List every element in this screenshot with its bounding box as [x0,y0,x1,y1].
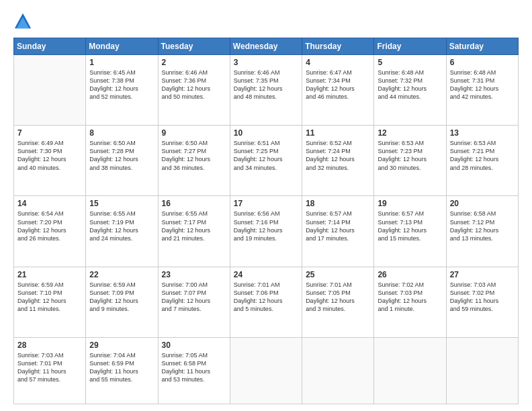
calendar-cell: 7Sunrise: 6:49 AM Sunset: 7:30 PM Daylig… [14,126,86,196]
calendar-week-row: 21Sunrise: 6:59 AM Sunset: 7:10 PM Dayli… [14,267,519,337]
day-number: 16 [162,199,226,208]
day-info: Sunrise: 6:49 AM Sunset: 7:30 PM Dayligh… [17,139,82,172]
day-info: Sunrise: 6:58 AM Sunset: 7:12 PM Dayligh… [450,210,515,242]
calendar-cell: 15Sunrise: 6:55 AM Sunset: 7:19 PM Dayli… [86,196,158,267]
day-info: Sunrise: 6:46 AM Sunset: 7:35 PM Dayligh… [234,68,298,101]
calendar-cell: 4Sunrise: 6:47 AM Sunset: 7:34 PM Daylig… [302,55,374,126]
calendar-cell: 8Sunrise: 6:50 AM Sunset: 7:28 PM Daylig… [86,126,158,196]
day-number: 23 [162,270,226,279]
day-info: Sunrise: 7:01 AM Sunset: 7:06 PM Dayligh… [234,281,298,314]
calendar-week-row: 14Sunrise: 6:54 AM Sunset: 7:20 PM Dayli… [14,196,519,267]
calendar-week-row: 7Sunrise: 6:49 AM Sunset: 7:30 PM Daylig… [14,126,519,196]
calendar-cell: 19Sunrise: 6:57 AM Sunset: 7:13 PM Dayli… [374,196,446,267]
day-number: 13 [450,128,515,138]
day-info: Sunrise: 6:54 AM Sunset: 7:20 PM Dayligh… [17,210,82,242]
day-number: 6 [450,58,515,67]
calendar-cell: 3Sunrise: 6:46 AM Sunset: 7:35 PM Daylig… [230,55,302,126]
day-number: 20 [450,199,515,208]
day-info: Sunrise: 6:59 AM Sunset: 7:10 PM Dayligh… [17,281,82,314]
day-number: 29 [89,340,154,350]
calendar-cell: 29Sunrise: 7:04 AM Sunset: 6:59 PM Dayli… [86,337,158,404]
day-number: 14 [17,199,82,208]
day-info: Sunrise: 7:05 AM Sunset: 6:58 PM Dayligh… [162,351,226,384]
calendar-day-header: Wednesday [230,38,302,55]
day-info: Sunrise: 6:57 AM Sunset: 7:14 PM Dayligh… [306,210,370,242]
day-info: Sunrise: 6:45 AM Sunset: 7:38 PM Dayligh… [89,68,154,101]
calendar-cell: 30Sunrise: 7:05 AM Sunset: 6:58 PM Dayli… [158,337,230,404]
day-info: Sunrise: 6:55 AM Sunset: 7:17 PM Dayligh… [162,210,226,242]
day-number: 24 [234,270,298,279]
calendar-cell [230,337,302,404]
day-info: Sunrise: 6:56 AM Sunset: 7:16 PM Dayligh… [234,210,298,242]
calendar-table: SundayMondayTuesdayWednesdayThursdayFrid… [13,38,519,404]
day-info: Sunrise: 7:04 AM Sunset: 6:59 PM Dayligh… [89,351,154,384]
calendar-cell [374,337,446,404]
calendar-cell: 1Sunrise: 6:45 AM Sunset: 7:38 PM Daylig… [86,55,158,126]
calendar-day-header: Saturday [446,38,518,55]
calendar-cell: 28Sunrise: 7:03 AM Sunset: 7:01 PM Dayli… [14,337,86,404]
calendar-cell: 18Sunrise: 6:57 AM Sunset: 7:14 PM Dayli… [302,196,374,267]
calendar-day-header: Monday [86,38,158,55]
day-number: 26 [378,270,442,279]
header [13,12,519,31]
day-number: 10 [234,128,298,138]
day-info: Sunrise: 7:02 AM Sunset: 7:03 PM Dayligh… [378,281,442,314]
day-info: Sunrise: 6:51 AM Sunset: 7:25 PM Dayligh… [234,139,298,172]
calendar-cell: 17Sunrise: 6:56 AM Sunset: 7:16 PM Dayli… [230,196,302,267]
calendar-cell: 26Sunrise: 7:02 AM Sunset: 7:03 PM Dayli… [374,267,446,337]
day-number: 7 [17,128,82,138]
day-info: Sunrise: 6:50 AM Sunset: 7:28 PM Dayligh… [89,139,154,172]
day-number: 28 [17,340,82,350]
day-number: 22 [89,270,154,279]
day-number: 19 [378,199,442,208]
logo [13,12,35,31]
day-info: Sunrise: 6:50 AM Sunset: 7:27 PM Dayligh… [162,139,226,172]
calendar-day-header: Tuesday [158,38,230,55]
calendar-cell: 12Sunrise: 6:53 AM Sunset: 7:23 PM Dayli… [374,126,446,196]
calendar-cell: 23Sunrise: 7:00 AM Sunset: 7:07 PM Dayli… [158,267,230,337]
page: SundayMondayTuesdayWednesdayThursdayFrid… [0,0,532,411]
logo-icon [13,12,32,31]
day-number: 1 [89,58,154,67]
calendar-cell: 21Sunrise: 6:59 AM Sunset: 7:10 PM Dayli… [14,267,86,337]
day-number: 18 [306,199,370,208]
calendar-cell: 9Sunrise: 6:50 AM Sunset: 7:27 PM Daylig… [158,126,230,196]
calendar-cell: 25Sunrise: 7:01 AM Sunset: 7:05 PM Dayli… [302,267,374,337]
day-number: 5 [378,58,442,67]
calendar-cell: 11Sunrise: 6:52 AM Sunset: 7:24 PM Dayli… [302,126,374,196]
calendar-cell [302,337,374,404]
calendar-day-header: Friday [374,38,446,55]
calendar-cell: 10Sunrise: 6:51 AM Sunset: 7:25 PM Dayli… [230,126,302,196]
day-info: Sunrise: 6:48 AM Sunset: 7:31 PM Dayligh… [450,68,515,101]
calendar-day-header: Sunday [14,38,86,55]
day-number: 11 [306,128,370,138]
calendar-cell: 20Sunrise: 6:58 AM Sunset: 7:12 PM Dayli… [446,196,518,267]
calendar-cell [14,55,86,126]
calendar-cell: 22Sunrise: 6:59 AM Sunset: 7:09 PM Dayli… [86,267,158,337]
calendar-cell: 24Sunrise: 7:01 AM Sunset: 7:06 PM Dayli… [230,267,302,337]
day-number: 3 [234,58,298,67]
day-info: Sunrise: 7:03 AM Sunset: 7:01 PM Dayligh… [17,351,82,384]
day-info: Sunrise: 7:00 AM Sunset: 7:07 PM Dayligh… [162,281,226,314]
day-number: 2 [162,58,226,67]
day-info: Sunrise: 6:57 AM Sunset: 7:13 PM Dayligh… [378,210,442,242]
day-info: Sunrise: 6:46 AM Sunset: 7:36 PM Dayligh… [162,68,226,101]
day-number: 27 [450,270,515,279]
day-number: 30 [162,340,226,350]
day-info: Sunrise: 6:47 AM Sunset: 7:34 PM Dayligh… [306,68,370,101]
day-info: Sunrise: 6:55 AM Sunset: 7:19 PM Dayligh… [89,210,154,242]
day-number: 25 [306,270,370,279]
day-number: 8 [89,128,154,138]
day-number: 4 [306,58,370,67]
day-info: Sunrise: 6:48 AM Sunset: 7:32 PM Dayligh… [378,68,442,101]
day-info: Sunrise: 7:03 AM Sunset: 7:02 PM Dayligh… [450,281,515,314]
calendar-header-row: SundayMondayTuesdayWednesdayThursdayFrid… [14,38,519,55]
calendar-cell: 5Sunrise: 6:48 AM Sunset: 7:32 PM Daylig… [374,55,446,126]
calendar-week-row: 1Sunrise: 6:45 AM Sunset: 7:38 PM Daylig… [14,55,519,126]
day-number: 9 [162,128,226,138]
calendar-week-row: 28Sunrise: 7:03 AM Sunset: 7:01 PM Dayli… [14,337,519,404]
day-number: 15 [89,199,154,208]
calendar-cell: 2Sunrise: 6:46 AM Sunset: 7:36 PM Daylig… [158,55,230,126]
day-info: Sunrise: 6:53 AM Sunset: 7:23 PM Dayligh… [378,139,442,172]
calendar-cell: 16Sunrise: 6:55 AM Sunset: 7:17 PM Dayli… [158,196,230,267]
